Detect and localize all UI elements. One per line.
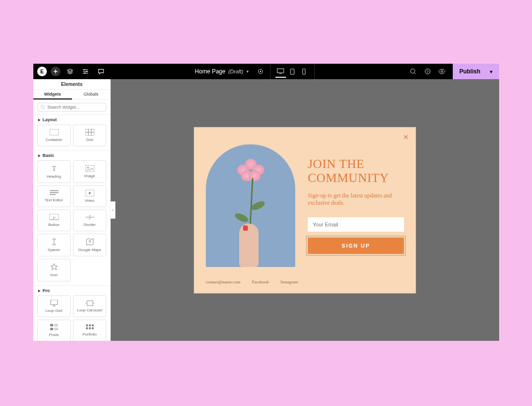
search-icon[interactable] (407, 66, 419, 77)
svg-point-2 (84, 72, 86, 74)
tab-widgets[interactable]: Widgets (33, 90, 72, 99)
widget-grid[interactable]: Grid (73, 125, 106, 146)
device-switcher (271, 64, 315, 79)
publish-button[interactable]: Publish ▾ (453, 64, 499, 79)
widget-google-maps[interactable]: Google Maps (73, 234, 106, 256)
layers-icon[interactable] (64, 66, 76, 77)
svg-point-0 (84, 69, 85, 70)
svg-rect-7 (302, 69, 305, 74)
svg-point-12 (41, 105, 44, 108)
widget-loop-grid[interactable]: Loop Grid (37, 295, 71, 317)
svg-rect-24 (50, 328, 53, 330)
svg-rect-5 (277, 69, 284, 72)
popup-subtitle: Sign-up to get the latest updates and ex… (308, 192, 404, 207)
popup-modal: ✕ JOIN THE COMMUNITY Sign-up to get the … (194, 127, 416, 294)
svg-rect-23 (50, 324, 53, 326)
signup-button[interactable]: SIGN UP (308, 238, 404, 254)
settings-sliders-icon[interactable] (80, 66, 91, 77)
svg-point-20 (89, 240, 91, 242)
svg-rect-6 (290, 69, 294, 74)
tablet-icon[interactable] (287, 65, 298, 78)
widget-container[interactable]: Container (37, 125, 71, 146)
widget-video[interactable]: Video (73, 185, 106, 207)
section-layout[interactable]: ▸ Layout (33, 115, 110, 125)
topbar: E Home Page (Draft) ▾ (33, 64, 499, 79)
email-field[interactable] (308, 217, 404, 232)
publish-label: Publish (460, 68, 480, 75)
panel-title: Elements (33, 79, 110, 90)
svg-point-17 (87, 167, 88, 168)
preview-eye-icon[interactable] (436, 66, 448, 77)
widget-loop-carousel[interactable]: Loop Carousel (73, 295, 106, 317)
svg-rect-22 (87, 301, 93, 306)
search-icon (41, 105, 45, 110)
svg-rect-25 (86, 324, 88, 326)
svg-rect-13 (50, 129, 58, 135)
svg-rect-28 (86, 327, 88, 329)
widget-text-editor[interactable]: Text Editor (37, 185, 71, 207)
editor-window: E Home Page (Draft) ▾ (33, 64, 499, 341)
svg-rect-29 (89, 327, 91, 329)
widget-image[interactable]: Image (73, 160, 106, 183)
facebook-link[interactable]: Facebook (252, 280, 269, 284)
help-icon[interactable]: ? (422, 66, 433, 77)
tab-globals[interactable]: Globals (72, 90, 111, 99)
instagram-link[interactable]: Instagram (281, 280, 298, 284)
mobile-icon[interactable] (299, 65, 309, 78)
page-status: (Draft) (228, 69, 243, 74)
popup-image (206, 136, 295, 276)
chevron-down-icon[interactable]: ▾ (490, 69, 492, 74)
topbar-left: E (33, 66, 107, 77)
chevron-down-icon[interactable]: ▾ (246, 69, 249, 74)
editor-canvas[interactable]: ‹ ✕ JOIN THE COMMUNITY Sign-up t (111, 79, 499, 341)
search-widget[interactable] (37, 103, 106, 112)
widget-posts[interactable]: Posts (37, 320, 71, 341)
widget-button[interactable]: Button (37, 210, 71, 231)
topbar-center: Home Page (Draft) ▾ (195, 64, 271, 79)
svg-rect-27 (92, 324, 94, 326)
svg-text:T: T (52, 165, 56, 172)
svg-rect-21 (51, 300, 58, 305)
page-name[interactable]: Home Page (195, 68, 225, 75)
editor-body: Elements Widgets Globals ▸ Layout Contai… (33, 79, 499, 341)
svg-point-1 (86, 71, 87, 72)
panel-tabs: Widgets Globals (33, 90, 110, 100)
widgets-panel: Elements Widgets Globals ▸ Layout Contai… (33, 79, 111, 341)
close-icon[interactable]: ✕ (403, 133, 409, 141)
comment-icon[interactable] (95, 66, 107, 77)
svg-rect-26 (89, 324, 91, 326)
section-pro[interactable]: ▸ Pro (33, 286, 110, 295)
topbar-right: ? (403, 66, 453, 77)
svg-point-4 (259, 71, 261, 72)
add-element-button[interactable] (51, 67, 60, 76)
widget-heading[interactable]: THeading (37, 160, 71, 183)
elementor-logo[interactable]: E (37, 67, 47, 76)
search-input[interactable] (47, 105, 103, 110)
svg-point-11 (441, 70, 443, 72)
svg-rect-30 (92, 327, 94, 329)
widget-icon[interactable]: Icon (37, 259, 71, 281)
collapse-panel-handle[interactable]: ‹ (111, 201, 115, 219)
page-settings-icon[interactable] (255, 66, 266, 77)
widget-spacer[interactable]: Spacer (37, 234, 71, 256)
desktop-icon[interactable] (275, 65, 286, 78)
svg-point-8 (410, 69, 415, 73)
section-basic[interactable]: ▸ Basic (33, 151, 110, 160)
widget-divider[interactable]: Divider (73, 210, 106, 231)
contact-email[interactable]: contact@name.com (206, 280, 241, 284)
svg-text:?: ? (427, 70, 429, 73)
popup-title: JOIN THE COMMUNITY (308, 157, 404, 185)
widget-portfolio[interactable]: Portfolio (73, 320, 106, 341)
